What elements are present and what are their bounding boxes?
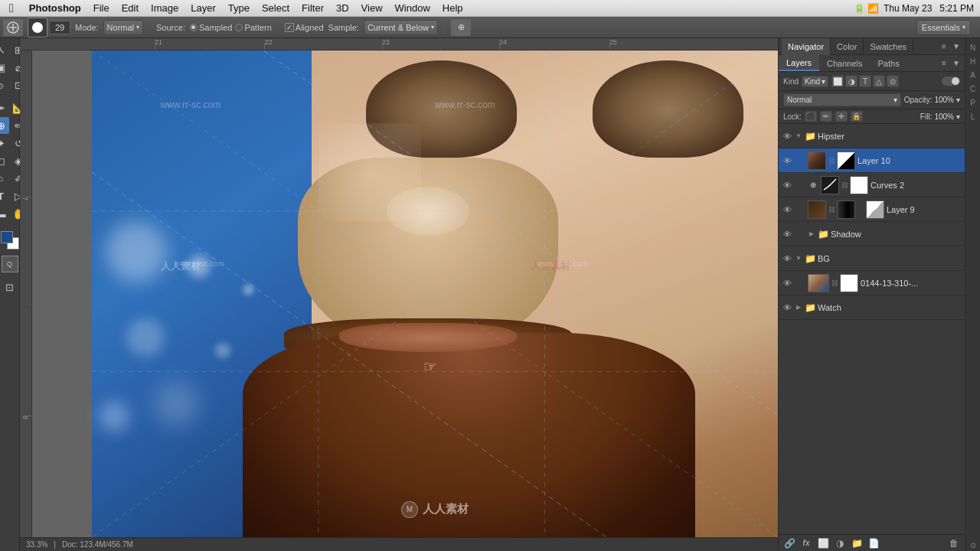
canvas-viewport[interactable]: www.rr-sc.com www.rr-sc.com 人人素材 www.rr-…	[32, 51, 778, 537]
bg-layer-visibility[interactable]: 👁	[782, 278, 792, 289]
dodge-tool[interactable]: ○	[0, 170, 9, 187]
navigator-tab[interactable]: Navigator	[782, 38, 831, 55]
swatches-tab[interactable]: Swatches	[864, 38, 913, 55]
pattern-radio[interactable]: Pattern	[235, 23, 271, 32]
bg-visibility[interactable]: 👁	[782, 253, 792, 264]
shadow-expand[interactable]: ▶	[808, 229, 815, 240]
delete-layer-btn[interactable]: 🗑	[948, 537, 960, 549]
heal-tool-icon[interactable]	[3, 19, 23, 36]
link-layers-btn[interactable]: 🔗	[783, 537, 795, 549]
side-para-icon[interactable]: P	[967, 96, 979, 109]
foreground-color-swatch[interactable]	[1, 231, 13, 243]
menu-filter[interactable]: Filter	[296, 0, 330, 16]
layers-menu-btn[interactable]: ≡	[939, 58, 949, 69]
layer-hipster-group[interactable]: 👁 ▼ 📁 Hipster	[779, 124, 965, 148]
menu-window[interactable]: Window	[389, 0, 436, 16]
layer-shadow-group[interactable]: 👁 ▶ 📁 Shadow	[779, 222, 965, 246]
menu-3d[interactable]: 3D	[330, 0, 355, 16]
clone-stamp-tool[interactable]: ✦	[0, 135, 9, 152]
menu-select[interactable]: Select	[256, 0, 296, 16]
add-mask-btn[interactable]: ⬜	[817, 537, 829, 549]
layers-collapse-btn[interactable]: ▼	[951, 58, 962, 69]
menu-photoshop[interactable]: Photoshop	[23, 0, 87, 16]
heal-brush-tool[interactable]: ⊕	[0, 117, 9, 134]
menu-layer[interactable]: Layer	[185, 0, 222, 16]
layer-curves2-item[interactable]: 👁 ⊕ ⛓ Curves 2	[779, 173, 965, 197]
blend-mode-dropdown[interactable]: Normal ▾	[783, 93, 901, 106]
panel-collapse-btn[interactable]: ▼	[951, 41, 962, 52]
side-history-icon[interactable]: H	[967, 55, 979, 67]
color-wells[interactable]	[1, 231, 19, 249]
channels-tab[interactable]: Channels	[819, 55, 870, 71]
layer-9-item[interactable]: 👁 ⛓ Layer 9	[779, 197, 965, 222]
new-group-btn[interactable]: 📁	[851, 537, 863, 549]
fill-value[interactable]: 100%	[934, 112, 954, 121]
sample-all-layers-icon[interactable]: ⊕	[451, 19, 471, 36]
side-char-icon[interactable]: C	[967, 83, 979, 95]
eraser-tool[interactable]: ◻	[0, 152, 9, 169]
watch-expand[interactable]: ▶	[795, 302, 802, 313]
paths-tab[interactable]: Paths	[871, 55, 907, 71]
watch-visibility[interactable]: 👁	[782, 302, 792, 313]
color-tab[interactable]: Color	[831, 38, 864, 55]
pixel-filter-btn[interactable]: ⬜	[831, 75, 844, 87]
layer-10-visibility[interactable]: 👁	[782, 155, 792, 166]
layers-tab[interactable]: Layers	[779, 55, 819, 71]
brush-size-input[interactable]: 29	[49, 21, 70, 34]
layer-watch-group[interactable]: 👁 ▶ 📁 Watch	[779, 295, 965, 320]
new-layer-btn[interactable]: 📄	[867, 537, 880, 549]
menu-image[interactable]: Image	[145, 0, 185, 16]
marquee-tool[interactable]: ▣	[0, 59, 9, 76]
eyedropper-tool[interactable]: ✒	[0, 99, 9, 116]
aligned-checkbox[interactable]: Aligned	[285, 23, 324, 32]
lock-pixels-btn[interactable]: ✏	[820, 111, 832, 122]
menu-file[interactable]: File	[87, 0, 116, 16]
menu-edit[interactable]: Edit	[116, 0, 145, 16]
fill-arrow[interactable]: ▾	[956, 112, 960, 121]
layer-9-visibility[interactable]: 👁	[782, 204, 792, 215]
lock-position-btn[interactable]: ✛	[835, 111, 848, 122]
rectangle-tool[interactable]: ▬	[0, 205, 9, 222]
type-filter-btn[interactable]: T	[859, 75, 871, 87]
opacity-arrow[interactable]: ▾	[956, 96, 960, 104]
layer-curves2-visibility[interactable]: 👁	[782, 180, 792, 191]
navigator-panel-header: Navigator Color Swatches ≡ ▼	[779, 38, 965, 55]
lock-all-btn[interactable]: 🔒	[851, 111, 863, 122]
brush-preview[interactable]	[28, 18, 47, 37]
hipster-expand[interactable]: ▼	[795, 131, 802, 142]
essentials-dropdown[interactable]: Essentials ▾	[916, 20, 971, 35]
lock-transparent-btn[interactable]: ⬛	[805, 111, 817, 122]
layer-bg-group[interactable]: 👁 ▼ 📁 BG	[779, 246, 965, 271]
mode-dropdown[interactable]: Normal ▾	[103, 20, 143, 35]
opacity-value[interactable]: 100%	[934, 96, 954, 104]
side-actions-icon[interactable]: A	[967, 69, 979, 81]
move-tool[interactable]: ↖	[0, 41, 9, 58]
layer-bg-item[interactable]: 👁 ⛓ 0144-13-310-...	[779, 271, 965, 295]
layers-list[interactable]: 👁 ▼ 📁 Hipster 👁 ⛓ Layer 10	[779, 124, 965, 534]
fx-btn[interactable]: fx	[800, 537, 812, 549]
screen-mode-btn[interactable]: ⊡	[2, 279, 18, 295]
sample-dropdown[interactable]: Current & Below ▾	[364, 20, 438, 35]
shadow-visibility[interactable]: 👁	[782, 229, 792, 240]
side-adjustments-icon[interactable]: ⊙	[967, 539, 979, 551]
panel-menu-btn[interactable]: ≡	[939, 41, 949, 52]
side-layer-comp-icon[interactable]: L	[967, 110, 979, 122]
filter-toggle[interactable]	[942, 77, 960, 86]
sampled-radio[interactable]: Sampled	[190, 23, 232, 32]
quick-mask-mode[interactable]: Q	[2, 256, 18, 272]
shape-filter-btn[interactable]: △	[873, 75, 885, 87]
adjustment-filter-btn[interactable]: ◑	[845, 75, 858, 87]
apple-menu[interactable]: 	[0, 2, 23, 15]
menu-type[interactable]: Type	[222, 0, 256, 16]
filter-kind-dropdown[interactable]: Kind▾	[802, 76, 828, 87]
adjustment-btn[interactable]: ◑	[834, 537, 846, 549]
type-tool[interactable]: T	[0, 187, 9, 204]
menu-help[interactable]: Help	[436, 0, 469, 16]
quick-select-tool[interactable]: ⌾	[0, 77, 9, 93]
menu-view[interactable]: View	[355, 0, 389, 16]
side-navigator-icon[interactable]: N	[967, 41, 979, 54]
layer-10-item[interactable]: 👁 ⛓ Layer 10	[779, 148, 965, 173]
smart-filter-btn[interactable]: ⊙	[887, 75, 899, 87]
bg-expand[interactable]: ▼	[795, 253, 802, 264]
layer-hipster-visibility[interactable]: 👁	[782, 131, 792, 142]
